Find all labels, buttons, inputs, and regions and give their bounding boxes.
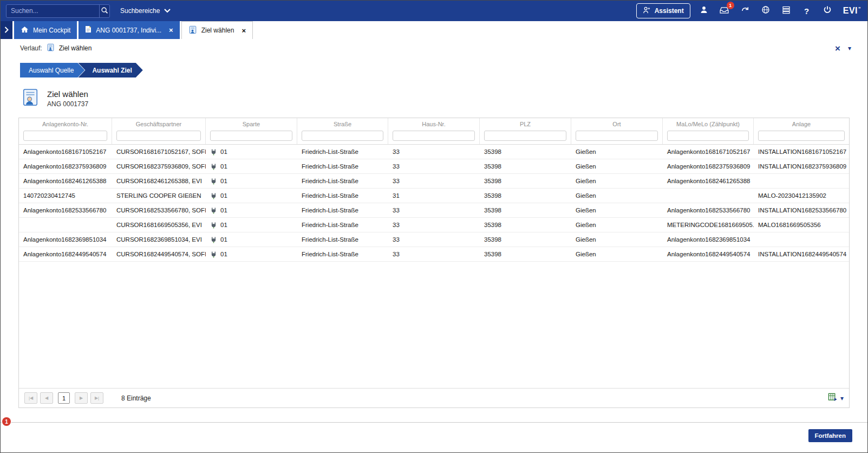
- next-page-button[interactable]: ▶: [75, 392, 88, 404]
- tab-mein-cockpit[interactable]: Mein Cockpit: [14, 21, 77, 39]
- tab-ziel-waehlen[interactable]: Ziel wählen ×: [181, 21, 253, 39]
- tab-close-icon[interactable]: ×: [242, 27, 246, 34]
- column-filter-input[interactable]: [23, 131, 107, 141]
- table-cell: 33: [388, 145, 480, 159]
- search-input[interactable]: [6, 7, 99, 15]
- table-header-row: Anlagenkonto-Nr.GeschäftspartnerSparteSt…: [19, 118, 849, 129]
- continue-button[interactable]: Fortfahren: [808, 429, 853, 442]
- table-cell: CURSOR1682375936809, SOFIE: [112, 159, 206, 173]
- first-page-button[interactable]: |◀: [24, 392, 37, 404]
- cell-text: 35398: [484, 178, 501, 184]
- column-filter-input[interactable]: [302, 131, 383, 141]
- globe-button[interactable]: [759, 4, 773, 18]
- history-current-item[interactable]: Ziel wählen: [59, 44, 92, 52]
- table-cell: CURSOR1682369851034, EVI: [112, 232, 206, 247]
- table-row[interactable]: 140720230412745STERLING COOPER GIEßEN01F…: [19, 189, 849, 203]
- column-filter-input[interactable]: [758, 131, 845, 141]
- column-header[interactable]: Haus-Nr.: [388, 118, 480, 129]
- sparte-icon: [210, 178, 217, 185]
- column-header[interactable]: Anlagenkonto-Nr.: [19, 118, 112, 129]
- table-cell: Friedrich-List-Straße: [297, 203, 388, 217]
- cell-text: 01: [220, 178, 227, 184]
- column-header[interactable]: Sparte: [206, 118, 297, 129]
- table-cell: Anlagenkonto1682449540574: [663, 247, 754, 261]
- table-row[interactable]: Anlagenkonto1682449540574CURSOR168244954…: [19, 247, 849, 262]
- cell-text: 33: [393, 148, 400, 155]
- tab-label: ANG 0001737, Indivi...: [96, 27, 161, 34]
- table-cell: 35398: [480, 174, 571, 188]
- notification-badge[interactable]: 1: [2, 417, 11, 426]
- table-cell: 33: [388, 174, 480, 188]
- column-filter-input[interactable]: [576, 131, 658, 141]
- table-cell: 35398: [480, 145, 571, 159]
- search-scope-button[interactable]: Suchbereiche: [116, 4, 174, 17]
- column-filter-input[interactable]: [116, 131, 201, 141]
- cell-text: INSTALLATION1682449540574: [758, 251, 846, 257]
- page-header: Ziel wählen ANG 0001737: [21, 88, 867, 109]
- cell-text: 01: [220, 163, 227, 170]
- help-button[interactable]: ?: [800, 4, 814, 18]
- table-row[interactable]: Anlagenkonto1682533566780CURSOR168253356…: [19, 203, 849, 218]
- tab-ang-0001737[interactable]: ANG 0001737, Indivi... ×: [79, 21, 179, 39]
- cell-text: Gießen: [576, 192, 596, 199]
- table-cell: 01: [206, 203, 297, 217]
- sparte-icon: [210, 163, 217, 170]
- table-cell: Anlagenkonto1682461265388: [19, 174, 112, 188]
- history-label: Verlauf:: [20, 44, 42, 52]
- column-filter-input[interactable]: [393, 131, 475, 141]
- table-cell: Anlagenkonto1681671052167: [663, 145, 754, 159]
- sync-button[interactable]: [738, 4, 752, 18]
- help-icon: ?: [804, 7, 809, 16]
- table-row[interactable]: CURSOR1681669505356, EVI01Friedrich-List…: [19, 218, 849, 232]
- column-filter-input[interactable]: [667, 131, 749, 141]
- table-row[interactable]: Anlagenkonto1681671052167CURSOR168167105…: [19, 145, 849, 159]
- cell-text: 33: [393, 251, 400, 257]
- inbox-button[interactable]: 1: [717, 4, 732, 18]
- table-cell: 35398: [480, 203, 571, 217]
- table-cell: Friedrich-List-Straße: [297, 218, 388, 232]
- column-filter-input[interactable]: [484, 131, 566, 141]
- filter-cell: [112, 129, 206, 144]
- cell-text: Friedrich-List-Straße: [302, 178, 358, 184]
- wizard-step-auswahl-ziel[interactable]: Auswahl Ziel: [78, 63, 142, 77]
- table-cell: Anlagenkonto1682369851034: [19, 232, 112, 247]
- target-document-icon: [188, 25, 197, 36]
- table-cell: CURSOR1682533566780, SOFIE: [112, 203, 206, 217]
- previous-page-button[interactable]: ◀: [40, 392, 53, 404]
- column-header[interactable]: Ort: [571, 118, 663, 129]
- table-row[interactable]: Anlagenkonto1682369851034CURSOR168236985…: [19, 232, 849, 247]
- column-header[interactable]: Anlage: [754, 118, 849, 129]
- cell-text: Anlagenkonto1682369851034: [23, 236, 106, 243]
- logout-button[interactable]: [820, 4, 834, 18]
- search-icon: [101, 7, 108, 16]
- last-page-button[interactable]: ▶|: [90, 392, 103, 404]
- column-header[interactable]: Straße: [297, 118, 388, 129]
- footer-bar: 1 Fortfahren: [1, 422, 867, 452]
- filter-cell: [663, 129, 754, 144]
- table-empty-area: [19, 262, 849, 388]
- cell-text: CURSOR1682369851034, EVI: [116, 236, 202, 243]
- table-cell: CURSOR1682449540574, SOFIE: [112, 247, 206, 261]
- user-button[interactable]: [697, 4, 711, 18]
- table-cell: METERINGCODE1681669505...: [663, 218, 754, 232]
- tab-close-icon[interactable]: ×: [169, 27, 173, 34]
- close-view-icon[interactable]: ×: [835, 44, 840, 53]
- column-filter-input[interactable]: [210, 131, 292, 141]
- cell-text: 33: [393, 236, 400, 243]
- table-cell: Gießen: [571, 145, 663, 159]
- assistant-button[interactable]: Assistent: [636, 3, 690, 18]
- server-list-button[interactable]: [779, 4, 793, 18]
- cell-text: CURSOR1682449540574, SOFIE: [116, 251, 206, 257]
- view-menu-chevron-icon[interactable]: ▾: [848, 45, 851, 51]
- export-button[interactable]: ▾: [828, 392, 844, 404]
- table-row[interactable]: Anlagenkonto1682461265388CURSOR168246126…: [19, 174, 849, 189]
- search-button[interactable]: [99, 5, 109, 17]
- column-header[interactable]: Geschäftspartner: [112, 118, 206, 129]
- column-header[interactable]: MaLo/MeLo (Zählpunkt): [663, 118, 754, 129]
- table-cell: STERLING COOPER GIEßEN: [112, 189, 206, 203]
- sidebar-expand-button[interactable]: [1, 21, 12, 39]
- current-page-indicator[interactable]: 1: [58, 392, 70, 404]
- wizard-step-auswahl-quelle[interactable]: Auswahl Quelle: [20, 63, 84, 77]
- table-row[interactable]: Anlagenkonto1682375936809CURSOR168237593…: [19, 159, 849, 174]
- column-header[interactable]: PLZ: [480, 118, 571, 129]
